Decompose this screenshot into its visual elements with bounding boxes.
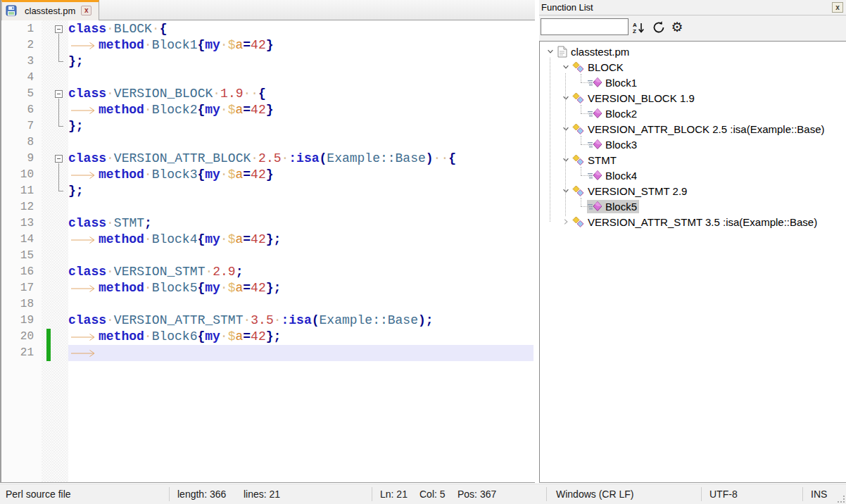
gear-icon[interactable]: ⚙ xyxy=(669,19,686,36)
tree-node-selected-box[interactable]: Block5 xyxy=(587,200,639,213)
code-line-11[interactable]: 11}; xyxy=(1,183,534,199)
code-line-8[interactable]: 8 xyxy=(1,134,534,151)
code-text[interactable] xyxy=(68,345,534,361)
line-number[interactable]: 3 xyxy=(1,53,42,70)
code-line-17[interactable]: 17method·Block5{my·$a=42}; xyxy=(1,280,534,296)
line-number[interactable]: 7 xyxy=(1,118,42,134)
tree-node-version-attr-stmt-3-5-isa-example-base[interactable]: VERSION_ATTR_STMT 3.5 :isa(Example::Base… xyxy=(540,214,846,229)
line-number[interactable]: 18 xyxy=(1,296,42,313)
search-input[interactable] xyxy=(541,18,629,35)
code-line-18[interactable]: 18 xyxy=(1,296,534,313)
code-line-16[interactable]: 16class·VERSION_STMT·2.9; xyxy=(1,264,534,280)
line-number[interactable]: 11 xyxy=(1,183,42,199)
code-text[interactable]: method·Block6{my·$a=42}; xyxy=(68,329,534,345)
code-text[interactable]: }; xyxy=(68,53,534,70)
status-encoding[interactable]: UTF-8 xyxy=(709,484,738,504)
fold-start-marker[interactable] xyxy=(52,21,68,37)
fold-start-marker[interactable] xyxy=(52,151,68,167)
code-text[interactable] xyxy=(68,248,534,264)
code-line-1[interactable]: 1class·BLOCK·{ xyxy=(1,21,534,37)
code-text[interactable]: method·Block5{my·$a=42}; xyxy=(68,280,534,296)
sort-az-icon[interactable]: A Z xyxy=(631,19,648,36)
chevron-open-icon[interactable] xyxy=(560,154,572,165)
code-line-13[interactable]: 13class·STMT; xyxy=(1,215,534,232)
tree-node-box[interactable]: BLOCK xyxy=(572,61,626,74)
tree-node-classtest-pm[interactable]: classtest.pm xyxy=(540,44,846,59)
code-text[interactable]: }; xyxy=(68,183,534,199)
tree-node-box[interactable]: Block3 xyxy=(587,138,639,151)
chevron-open-icon[interactable] xyxy=(545,46,556,57)
panel-close-icon[interactable]: x xyxy=(832,2,843,13)
tree-node-stmt[interactable]: STMT xyxy=(540,152,846,168)
code-line-21[interactable]: 21 xyxy=(1,345,534,361)
tree-node-box[interactable]: VERSION_ATTR_STMT 3.5 :isa(Example::Base… xyxy=(572,215,819,229)
status-eol-format[interactable]: Windows (CR LF) xyxy=(556,484,633,504)
code-line-12[interactable]: 12 xyxy=(1,199,534,215)
line-number[interactable]: 20 xyxy=(1,329,42,345)
code-text[interactable] xyxy=(68,70,534,86)
tree-node-box[interactable]: classtest.pm xyxy=(556,45,631,58)
chevron-open-icon[interactable] xyxy=(560,92,572,103)
code-line-3[interactable]: 3}; xyxy=(1,53,534,70)
code-line-15[interactable]: 15 xyxy=(1,248,534,264)
line-number[interactable]: 4 xyxy=(1,70,42,86)
code-text[interactable]: method·Block4{my·$a=42}; xyxy=(68,232,534,248)
tab-close-icon[interactable]: x xyxy=(81,6,91,15)
line-number[interactable]: 13 xyxy=(1,215,42,232)
chevron-open-icon[interactable] xyxy=(560,123,572,134)
chevron-closed-icon[interactable] xyxy=(560,216,572,227)
tree-node-version-stmt-2-9[interactable]: VERSION_STMT 2.9 xyxy=(540,183,846,199)
code-line-9[interactable]: 9class·VERSION_ATTR_BLOCK·2.5·:isa(Examp… xyxy=(1,151,534,167)
code-text[interactable]: class·BLOCK·{ xyxy=(68,21,534,37)
tree-node-version-attr-block-2-5-isa-example-base[interactable]: VERSION_ATTR_BLOCK 2.5 :isa(Example::Bas… xyxy=(540,121,846,137)
code-line-10[interactable]: 10method·Block3{my·$a=42} xyxy=(1,167,534,183)
code-text[interactable]: method·Block3{my·$a=42} xyxy=(68,167,534,183)
fold-start-marker[interactable] xyxy=(52,86,68,102)
code-text[interactable]: method·Block2{my·$a=42} xyxy=(68,102,534,118)
code-line-7[interactable]: 7}; xyxy=(1,118,534,134)
line-number[interactable]: 1 xyxy=(1,21,42,37)
tab-classtest-pm[interactable]: classtest.pm x xyxy=(1,0,99,20)
code-text[interactable] xyxy=(68,296,534,313)
code-line-5[interactable]: 5class·VERSION_BLOCK·1.9··{ xyxy=(1,86,534,102)
code-text[interactable]: class·VERSION_STMT·2.9; xyxy=(68,264,534,280)
status-insert-mode[interactable]: INS xyxy=(811,484,827,504)
line-number[interactable]: 19 xyxy=(1,313,42,329)
line-number[interactable]: 14 xyxy=(1,232,42,248)
code-text[interactable] xyxy=(68,134,534,151)
tree-node-box[interactable]: VERSION_BLOCK 1.9 xyxy=(572,92,697,105)
line-number[interactable]: 17 xyxy=(1,280,42,296)
code-text[interactable]: class·VERSION_BLOCK·1.9··{ xyxy=(68,86,534,102)
line-number[interactable]: 10 xyxy=(1,167,42,183)
code-text[interactable] xyxy=(68,199,534,215)
tree-node-box[interactable]: Block2 xyxy=(587,107,639,120)
code-text[interactable]: class·VERSION_ATTR_BLOCK·2.5·:isa(Exampl… xyxy=(68,151,534,167)
tree-node-box[interactable]: STMT xyxy=(572,153,619,167)
code-text[interactable]: class·STMT; xyxy=(68,215,534,232)
code-editor[interactable]: 1class·BLOCK·{2method·Block1{my·$a=42}3}… xyxy=(1,20,534,482)
code-line-6[interactable]: 6method·Block2{my·$a=42} xyxy=(1,102,534,118)
tree-node-box[interactable]: VERSION_STMT 2.9 xyxy=(572,184,689,198)
line-number[interactable]: 5 xyxy=(1,86,42,102)
code-line-19[interactable]: 19class·VERSION_ATTR_STMT·3.5·:isa(Examp… xyxy=(1,313,534,329)
tree-node-box[interactable]: VERSION_ATTR_BLOCK 2.5 :isa(Example::Bas… xyxy=(572,122,827,136)
line-number[interactable]: 8 xyxy=(1,134,42,151)
line-number[interactable]: 21 xyxy=(1,345,42,361)
tree-node-version-block-1-9[interactable]: VERSION_BLOCK 1.9 xyxy=(540,90,846,106)
code-text[interactable]: }; xyxy=(68,118,534,134)
code-line-4[interactable]: 4 xyxy=(1,70,534,86)
code-line-20[interactable]: 20method·Block6{my·$a=42}; xyxy=(1,329,534,345)
code-line-2[interactable]: 2method·Block1{my·$a=42} xyxy=(1,37,534,53)
code-text[interactable]: class·VERSION_ATTR_STMT·3.5·:isa(Example… xyxy=(68,313,534,329)
tree-node-box[interactable]: Block1 xyxy=(587,76,639,89)
tree-node-block[interactable]: BLOCK xyxy=(540,59,846,75)
reload-icon[interactable] xyxy=(650,19,667,36)
line-number[interactable]: 6 xyxy=(1,102,42,118)
line-number[interactable]: 15 xyxy=(1,248,42,264)
line-number[interactable]: 12 xyxy=(1,199,42,215)
chevron-open-icon[interactable] xyxy=(560,185,572,196)
chevron-open-icon[interactable] xyxy=(560,61,572,73)
code-text[interactable]: method·Block1{my·$a=42} xyxy=(68,37,534,53)
tree-node-box[interactable]: Block4 xyxy=(587,169,639,182)
code-line-14[interactable]: 14method·Block4{my·$a=42}; xyxy=(1,232,534,248)
